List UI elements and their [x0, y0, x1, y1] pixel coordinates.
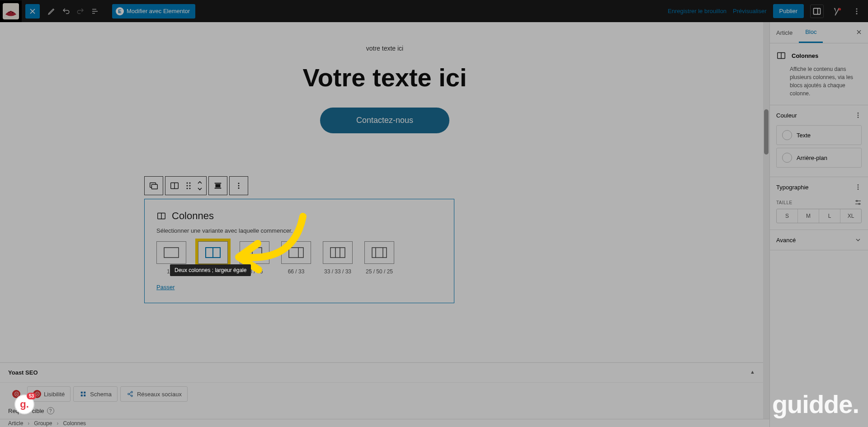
variant-tooltip: Deux colonnes ; largeur égale — [170, 264, 251, 276]
hero-title[interactable]: Votre texte ici — [0, 63, 769, 92]
yoast-tab-social[interactable]: Réseaux sociaux — [120, 386, 188, 402]
sliders-icon[interactable] — [854, 200, 862, 205]
yoast-tab-label: Réseaux sociaux — [137, 391, 182, 398]
svg-point-20 — [238, 185, 240, 187]
yoast-target-row: Requête cible ? — [0, 405, 763, 419]
columns-placeholder-block: Colonnes Sélectionner une variante avec … — [144, 199, 454, 303]
columns-block-icon-button[interactable] — [165, 177, 184, 195]
svg-rect-32 — [84, 394, 85, 396]
svg-point-19 — [238, 183, 240, 184]
skip-link[interactable]: Passer — [156, 284, 175, 291]
variant-label: 66 / 33 — [288, 268, 305, 275]
svg-point-39 — [858, 117, 859, 118]
share-icon — [126, 390, 134, 398]
publish-button[interactable]: Publier — [773, 4, 804, 18]
svg-point-34 — [131, 391, 133, 393]
yoast-tabs: ☹ ☹ Lisibilité Schema Réseaux sociau — [0, 383, 763, 405]
more-options-button[interactable] — [850, 5, 863, 18]
elementor-label: Modifier avec Elementor — [127, 8, 190, 14]
advanced-section-header[interactable]: Avancé — [770, 230, 868, 250]
svg-rect-30 — [84, 392, 85, 394]
tab-article[interactable]: Article — [770, 22, 799, 43]
edit-mode-button[interactable] — [45, 5, 58, 18]
more-icon — [854, 112, 862, 119]
document-overview-button[interactable] — [89, 5, 101, 18]
elementor-button[interactable]: E Modifier avec Elementor — [112, 4, 195, 19]
more-icon — [854, 183, 862, 191]
cta-button[interactable]: Contactez-nous — [320, 108, 449, 133]
redo-button[interactable] — [74, 5, 87, 18]
add-block-button[interactable] — [25, 4, 40, 19]
svg-rect-25 — [247, 248, 262, 258]
svg-point-8 — [856, 13, 858, 14]
variant-label: 33 / 33 / 33 — [324, 268, 351, 275]
block-name: Colonnes — [792, 52, 818, 59]
main-layout: votre texte ici Votre texte ici Contacte… — [0, 22, 868, 427]
yoast-tab-schema[interactable]: Schema — [73, 386, 118, 402]
block-toolbar — [144, 176, 248, 195]
sidebar-toggle-button[interactable] — [810, 5, 824, 18]
svg-point-37 — [858, 113, 859, 114]
help-icon[interactable]: ? — [47, 407, 54, 414]
svg-point-12 — [187, 183, 188, 184]
tab-block[interactable]: Bloc — [799, 22, 823, 43]
typography-section-header[interactable]: Typographie — [770, 177, 868, 197]
save-draft-link[interactable]: Enregistrer le brouillon — [668, 8, 726, 14]
variant-25-50-25[interactable] — [364, 241, 394, 264]
yoast-icon-button[interactable] — [830, 5, 844, 18]
hero-subtitle[interactable]: votre texte ici — [0, 45, 769, 52]
chevron-down-icon — [854, 236, 862, 244]
svg-rect-10 — [151, 184, 157, 189]
sidebar-close-button[interactable] — [850, 22, 868, 43]
yoast-title: Yoast SEO — [8, 369, 38, 376]
svg-point-14 — [187, 185, 188, 187]
bg-color-button[interactable]: Arrière-plan — [776, 148, 862, 168]
breadcrumb-item[interactable]: Colonnes — [63, 420, 86, 427]
canvas-scrollbar[interactable] — [763, 22, 769, 427]
variant-100[interactable] — [156, 241, 186, 264]
wp-logo[interactable] — [0, 0, 22, 22]
svg-point-2 — [10, 11, 11, 12]
size-m[interactable]: M — [798, 209, 819, 223]
yoast-header[interactable]: Yoast SEO ▲ — [0, 363, 763, 383]
svg-point-43 — [856, 200, 858, 202]
parent-block-button[interactable] — [145, 177, 163, 195]
svg-rect-26 — [289, 248, 303, 258]
undo-button[interactable] — [60, 5, 72, 18]
guidde-avatar[interactable]: g. 53 — [14, 394, 34, 414]
svg-rect-31 — [81, 394, 83, 396]
size-l[interactable]: L — [819, 209, 840, 223]
color-section-header[interactable]: Couleur — [770, 105, 868, 125]
variant-50-50[interactable] — [198, 241, 228, 264]
section-title: Avancé — [776, 237, 796, 244]
svg-rect-18 — [216, 184, 220, 187]
chevron-right-icon: › — [28, 420, 29, 427]
variant-66-33[interactable] — [281, 241, 311, 264]
variant-33-66[interactable] — [240, 241, 269, 264]
move-block-button[interactable] — [193, 177, 206, 195]
columns-block-subtitle: Sélectionner une variante avec laquelle … — [156, 227, 442, 234]
color-label: Arrière-plan — [797, 155, 827, 161]
breadcrumb-item[interactable]: Article — [8, 420, 23, 427]
columns-icon — [776, 51, 786, 61]
toolbar-right-group: Enregistrer le brouillon Prévisualiser P… — [668, 4, 868, 18]
scroll-thumb[interactable] — [764, 109, 769, 155]
block-more-button[interactable] — [230, 177, 248, 195]
size-s[interactable]: S — [777, 209, 798, 223]
editor-canvas: votre texte ici Votre texte ici Contacte… — [0, 22, 769, 133]
drag-handle[interactable] — [184, 177, 193, 195]
align-button[interactable] — [209, 177, 227, 195]
section-title: Couleur — [776, 112, 797, 119]
chevron-right-icon: › — [57, 420, 58, 427]
breadcrumb-item[interactable]: Groupe — [34, 420, 52, 427]
collapse-icon: ▲ — [750, 369, 755, 376]
preview-link[interactable]: Prévisualiser — [733, 8, 766, 14]
advanced-section: Avancé — [770, 230, 868, 250]
variant-33-33-33[interactable] — [323, 241, 353, 264]
text-color-button[interactable]: Texte — [776, 125, 862, 145]
elementor-icon: E — [116, 7, 124, 15]
site-icon — [3, 3, 19, 19]
svg-point-3 — [12, 12, 13, 13]
section-title: Typographie — [776, 184, 809, 191]
size-xl[interactable]: XL — [840, 209, 861, 223]
